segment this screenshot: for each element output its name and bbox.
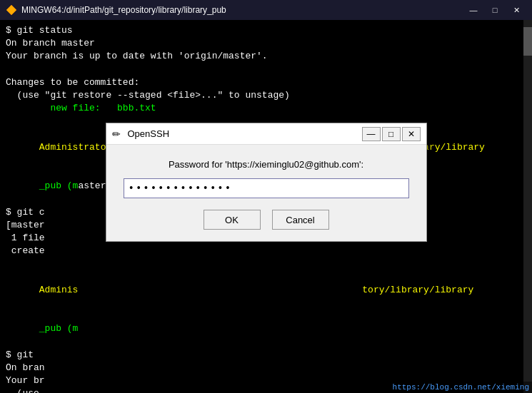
watermark: https://blog.csdn.net/xieming (390, 382, 532, 393)
dialog-minimize-button[interactable]: — (362, 127, 381, 141)
terminal-line: On branch master (6, 37, 526, 50)
dialog-title: OpenSSH (128, 128, 362, 139)
window-controls: — □ ✕ (463, 3, 526, 17)
scrollbar-thumb[interactable] (523, 27, 532, 56)
scrollbar[interactable] (523, 20, 532, 393)
password-input[interactable] (124, 178, 409, 198)
terminal-line: On bran (6, 362, 526, 374)
dialog-title-bar: ✏ OpenSSH — □ ✕ (106, 123, 426, 145)
dialog-controls: — □ ✕ (362, 127, 421, 141)
terminal-line: create (6, 245, 526, 257)
terminal-line: Changes to be committed: (6, 76, 526, 89)
terminal-line (6, 63, 526, 76)
terminal-line: new file: bbb.txt (6, 102, 526, 115)
terminal-line (6, 257, 526, 270)
terminal-title: MINGW64:/d/initPath/git_repository/libra… (21, 5, 463, 15)
svg-marker-0 (6, 5, 16, 15)
terminal-line: $ git (6, 349, 526, 362)
terminal-line: _pub (m (6, 310, 526, 349)
terminal-line: (use "git restore --staged <file>..." to… (6, 89, 526, 102)
close-button[interactable]: ✕ (506, 3, 526, 17)
dialog-body: Password for 'https://xieminglu02@github… (106, 145, 426, 241)
terminal-icon (6, 4, 17, 16)
dialog-buttons: OK Cancel (124, 210, 409, 230)
maximize-button[interactable]: □ (485, 3, 505, 17)
terminal-window: MINGW64:/d/initPath/git_repository/libra… (0, 0, 532, 393)
terminal-line: Adminis tory/library/library (6, 271, 526, 310)
terminal-line: $ git status (6, 24, 526, 37)
dialog-maximize-button[interactable]: □ (382, 127, 401, 141)
minimize-button[interactable]: — (463, 3, 483, 17)
title-bar: MINGW64:/d/initPath/git_repository/libra… (0, 0, 532, 20)
ok-button[interactable]: OK (204, 210, 261, 230)
openssh-icon: ✏ (112, 128, 124, 140)
cancel-button[interactable]: Cancel (272, 210, 329, 230)
password-label: Password for 'https://xieminglu02@github… (124, 159, 409, 170)
dialog-close-button[interactable]: ✕ (402, 127, 421, 141)
terminal-line: Your branch is up to date with 'origin/m… (6, 50, 526, 63)
openssh-dialog: ✏ OpenSSH — □ ✕ Password for 'https://xi… (106, 123, 427, 242)
